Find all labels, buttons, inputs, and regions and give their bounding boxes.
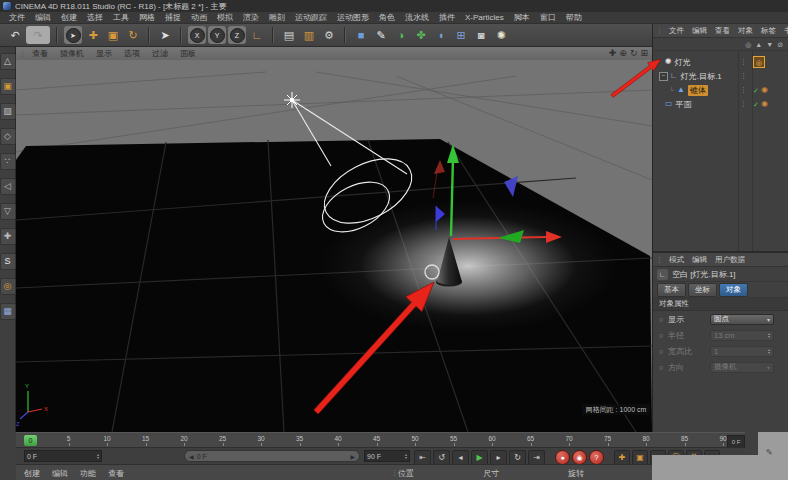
camera-menu-button[interactable]: ◙ xyxy=(472,26,490,44)
play-loop-button[interactable]: ↻ xyxy=(509,450,526,465)
record-scale-toggle[interactable]: ▣ xyxy=(632,450,648,465)
main-menu-0[interactable]: 文件 xyxy=(4,12,30,23)
main-menu-6[interactable]: 捕捉 xyxy=(160,12,186,23)
check-tag-icon[interactable]: ✓ xyxy=(753,87,759,94)
material-menu-0[interactable]: 创建 xyxy=(18,468,46,479)
om-menu-3[interactable]: 对象 xyxy=(734,26,757,36)
attribute-tab-3[interactable]: 对象 xyxy=(719,283,748,297)
object-row-4[interactable]: ▭平面⋮✓◉ xyxy=(653,97,788,111)
material-menu-1[interactable]: 编辑 xyxy=(46,468,74,479)
record-keyframe-button[interactable]: ● xyxy=(555,450,570,465)
object-row-3[interactable]: └▲锥体⋮✓◉ xyxy=(653,83,788,97)
property-dropdown[interactable]: 圆点▾ xyxy=(710,314,774,325)
visibility-dots-icon[interactable]: ⋮ xyxy=(740,72,747,80)
keyframe-dot-icon[interactable]: ○ xyxy=(659,364,668,371)
attribute-tab-2[interactable]: 坐标 xyxy=(688,283,717,297)
om-menu-1[interactable]: 编辑 xyxy=(688,26,711,36)
current-frame-field[interactable]: 0 F ▴▾ xyxy=(24,450,102,462)
enable-axis-button[interactable]: ✚ xyxy=(0,228,16,245)
viewport-canvas[interactable]: Y X Z xyxy=(16,60,652,432)
main-menu-11[interactable]: 运动跟踪 xyxy=(290,12,332,23)
main-menu-19[interactable]: 帮助 xyxy=(561,12,587,23)
phong-tag-icon[interactable]: ◉ xyxy=(761,86,768,94)
record-position-toggle[interactable]: ✚ xyxy=(614,450,630,465)
main-menu-12[interactable]: 运动图形 xyxy=(332,12,374,23)
rotate-tool-button[interactable]: ↻ xyxy=(124,26,142,44)
object-label[interactable]: 平面 xyxy=(676,99,692,110)
rotate-view-icon[interactable]: ↻ xyxy=(630,49,638,58)
object-label[interactable]: 灯光 xyxy=(675,57,691,68)
goto-end-button[interactable]: ⇥ xyxy=(528,450,545,465)
live-selection-button[interactable]: ➤ xyxy=(64,26,82,44)
redo-button[interactable]: ↷ xyxy=(26,26,50,44)
am-menu-2[interactable]: 用户数据 xyxy=(711,255,749,265)
texture-mode-button[interactable]: ▨ xyxy=(0,103,16,120)
keyframe-dot-icon[interactable]: ○ xyxy=(659,348,668,355)
play-forward-button[interactable]: ▶ xyxy=(471,450,488,465)
viewport-menu-1[interactable]: 摄像机 xyxy=(54,48,90,59)
main-menu-2[interactable]: 创建 xyxy=(56,12,82,23)
viewport-menu-5[interactable]: 面板 xyxy=(174,48,202,59)
main-menu-9[interactable]: 渲染 xyxy=(238,12,264,23)
autokey-button[interactable]: ◉ xyxy=(572,450,587,465)
deformer-menu-button[interactable]: ✤ xyxy=(412,26,430,44)
expander-icon[interactable]: − xyxy=(659,72,668,81)
main-menu-17[interactable]: 脚本 xyxy=(509,12,535,23)
main-menu-16[interactable]: X-Particles xyxy=(460,13,509,22)
check-tag-icon[interactable]: ✓ xyxy=(753,101,759,108)
light-menu-button[interactable]: ✺ xyxy=(492,26,510,44)
phong-tag-icon[interactable]: ◉ xyxy=(761,100,768,108)
lock-y-axis-button[interactable]: Y xyxy=(208,26,226,44)
lock-z-axis-button[interactable]: Z xyxy=(228,26,246,44)
generator-menu-button[interactable]: ◑ xyxy=(392,26,410,44)
workplane-lock-button[interactable]: ▦ xyxy=(0,303,16,320)
target-tag-icon[interactable]: ◎ xyxy=(753,56,765,68)
polygons-mode-button[interactable]: ▽ xyxy=(0,203,16,220)
filter-icon[interactable]: ⊘ xyxy=(777,41,783,48)
search-icon[interactable]: ◎ xyxy=(745,41,751,48)
zoom-view-icon[interactable]: ⊕ xyxy=(619,49,627,58)
environment-menu-button[interactable]: ◖ xyxy=(432,26,450,44)
viewport-menu-3[interactable]: 选项 xyxy=(118,48,146,59)
scale-tool-button[interactable]: ▣ xyxy=(104,26,122,44)
material-menu-2[interactable]: 功能 xyxy=(74,468,102,479)
timeline-ruler[interactable]: 0 0 F 5101520253035404550556065707580859… xyxy=(16,432,745,447)
viewport-menu-2[interactable]: 显示 xyxy=(90,48,118,59)
visibility-dots-icon[interactable]: ⋮ xyxy=(740,86,747,94)
move-tool-button[interactable]: ✚ xyxy=(84,26,102,44)
object-label[interactable]: 锥体 xyxy=(688,85,708,96)
enable-snap-button[interactable]: ◎ xyxy=(0,278,16,295)
main-menu-3[interactable]: 选择 xyxy=(82,12,108,23)
object-row-2[interactable]: −∟灯光.目标.1⋮ xyxy=(653,69,788,83)
viewport-menu-0[interactable]: 查看 xyxy=(26,48,54,59)
main-menu-8[interactable]: 模拟 xyxy=(212,12,238,23)
primitive-menu-button[interactable]: ■ xyxy=(352,26,370,44)
range-left-cap-icon[interactable]: ◀ xyxy=(189,453,194,460)
keyframe-dot-icon[interactable]: ○ xyxy=(659,332,668,339)
object-label[interactable]: 灯光.目标.1 xyxy=(681,71,722,82)
main-menu-15[interactable]: 插件 xyxy=(434,12,460,23)
main-menu-18[interactable]: 窗口 xyxy=(535,12,561,23)
toggle-panels-icon[interactable]: ⊞ xyxy=(640,49,648,58)
main-menu-4[interactable]: 工具 xyxy=(108,12,134,23)
coordinate-system-button[interactable]: ∟ xyxy=(248,26,266,44)
om-menu-4[interactable]: 标签 xyxy=(757,26,780,36)
keyframe-dot-icon[interactable]: ○ xyxy=(659,316,668,323)
previous-frame-button[interactable]: ◂ xyxy=(452,450,469,465)
model-mode-button[interactable]: ▣ xyxy=(0,78,16,95)
last-tool-button[interactable]: ➤ xyxy=(156,26,174,44)
move-up-icon[interactable]: ▲ xyxy=(755,41,762,48)
om-menu-2[interactable]: 查看 xyxy=(711,26,734,36)
render-settings-button[interactable]: ⚙ xyxy=(320,26,338,44)
main-menu-5[interactable]: 网格 xyxy=(134,12,160,23)
move-down-icon[interactable]: ▼ xyxy=(766,41,773,48)
spline-menu-button[interactable]: ✎ xyxy=(372,26,390,44)
floor-menu-button[interactable]: ⊞ xyxy=(452,26,470,44)
goto-start-button[interactable]: ⇤ xyxy=(414,450,431,465)
material-menu-3[interactable]: 查看 xyxy=(102,468,130,479)
spinner-icons[interactable]: ▴▾ xyxy=(97,453,99,459)
main-menu-13[interactable]: 角色 xyxy=(374,12,400,23)
visibility-dots-icon[interactable]: ⋮ xyxy=(740,100,747,108)
main-menu-1[interactable]: 编辑 xyxy=(30,12,56,23)
am-menu-0[interactable]: 模式 xyxy=(665,255,688,265)
